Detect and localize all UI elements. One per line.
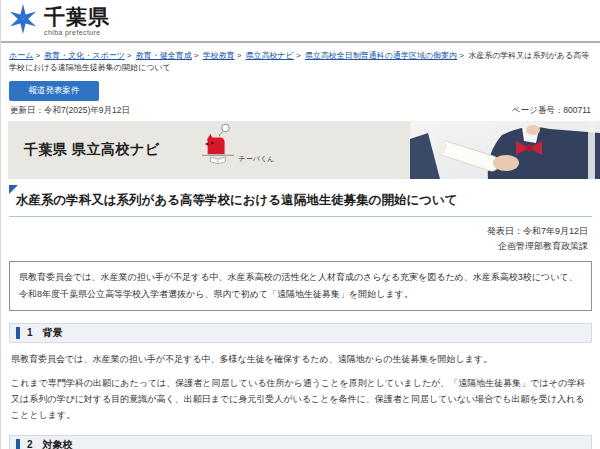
breadcrumb-separator: > (296, 51, 301, 60)
chiba-kun-mascot-icon (202, 122, 234, 170)
section-accent-bar (16, 439, 20, 449)
section-accent-bar (16, 327, 20, 339)
page-title-text: 水産系の学科又は系列がある高等学校における遠隔地生徒募集の開始について (16, 193, 458, 207)
breadcrumb-separator: > (459, 51, 464, 60)
mascot-wrap: チーバくん (202, 122, 275, 177)
title-corner-decoration-icon (9, 185, 18, 194)
breadcrumb: ホーム> 教育・文化・スポーツ> 教育・健全育成> 学校教育> 県立高校ナビ> … (9, 50, 592, 75)
site-header: 千葉県 chiba prefecture (1, 0, 600, 43)
site-name-en: chiba prefecture (44, 29, 110, 36)
breadcrumb-school-district-guide[interactable]: 県立高校全日制普通科の通学区域の御案内 (305, 51, 457, 60)
breadcrumb-separator: > (194, 51, 199, 60)
chiba-prefecture-logo[interactable]: 千葉県 chiba prefecture (7, 3, 110, 39)
section1-paragraph-2: これまで専門学科の出願にあたっては、保護者と同居している住所から通うことを原則と… (11, 375, 590, 424)
chiba-emblem-icon (7, 3, 39, 39)
mascot-name-label: チーバくん (239, 154, 275, 170)
page: 千葉県 chiba prefecture ホーム> 教育・文化・スポーツ> 教育… (0, 0, 600, 449)
breadcrumb-school-education[interactable]: 学校教育 (203, 51, 235, 60)
section1-heading: 1 背景 (27, 326, 63, 340)
banner-left: 千葉県 県立高校ナビ チーバくん (8, 121, 410, 179)
announce-block: 発表日：令和7年9月12日 企画管理部教育政策課 (1, 224, 588, 255)
students-photo (410, 121, 600, 179)
page-number: ページ番号：800711 (512, 105, 591, 117)
breadcrumb-education-development[interactable]: 教育・健全育成 (136, 51, 192, 60)
breadcrumb-home[interactable]: ホーム (9, 51, 33, 60)
meta-row: 更新日：令和7(2025)年9月12日 ページ番号：800711 (10, 105, 591, 117)
breadcrumb-education-culture-sports[interactable]: 教育・文化・スポーツ (44, 51, 125, 60)
page-title: 水産系の学科又は系列がある高等学校における遠隔地生徒募集の開始について (9, 185, 592, 217)
site-name: 千葉県 (44, 6, 110, 27)
banner-title: 千葉県 県立高校ナビ (24, 141, 160, 159)
section2-heading: 2 対象校 (27, 438, 73, 449)
announce-department: 企画管理部教育政策課 (1, 239, 588, 254)
breadcrumb-kenritsu-koko-navi[interactable]: 県立高校ナビ (246, 51, 294, 60)
breadcrumb-separator: > (127, 51, 132, 60)
summary-box: 県教育委員会では、水産業の担い手が不足する中、水産系高校の活性化と人材育成のさら… (9, 261, 592, 310)
koko-navi-banner: 千葉県 県立高校ナビ チーバくん (8, 121, 600, 179)
summary-text: 県教育委員会では、水産業の担い手が不足する中、水産系高校の活性化と人材育成のさら… (19, 272, 578, 299)
section-heading-target-schools: 2 対象校 (9, 435, 592, 449)
updated-date: 更新日：令和7(2025)年9月12日 (10, 105, 130, 117)
breadcrumb-separator: > (35, 51, 40, 60)
press-release-button[interactable]: 報道発表案件 (9, 81, 99, 101)
announce-date: 発表日：令和7年9月12日 (1, 224, 588, 239)
breadcrumb-separator: > (237, 51, 242, 60)
section-heading-background: 1 背景 (9, 323, 592, 343)
section1-paragraph-1: 県教育委員会では、水産業の担い手が不足する中、多様な生徒を確保するため、遠隔地か… (11, 351, 590, 367)
